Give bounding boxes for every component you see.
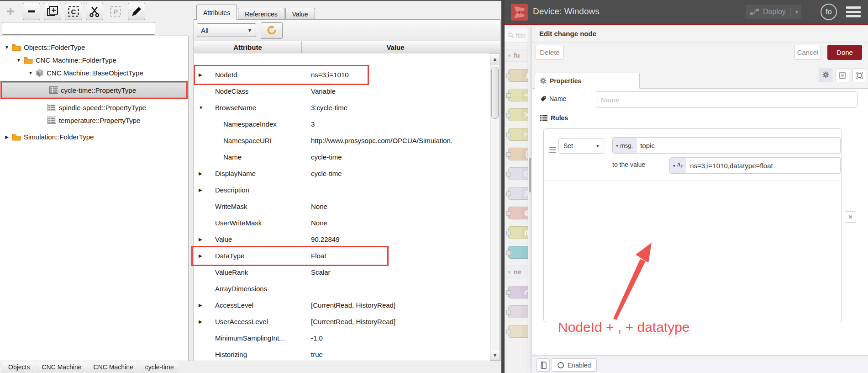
table-row[interactable]: ▶NodeIdns=3;i=1010 [194, 66, 490, 83]
delete-button[interactable]: Delete [536, 45, 564, 60]
attributes-body: All ▼ Attribute Value ▶NodeIdns=3;i=1010… [194, 19, 500, 361]
table-row[interactable]: UserWriteMaskNone [194, 214, 490, 231]
to-the-value-label: to the value [612, 161, 663, 168]
edit-button[interactable] [128, 3, 145, 20]
palette-scrollbar[interactable] [528, 25, 532, 373]
deploy-button[interactable]: Deploy ▼ [746, 5, 801, 19]
table-row[interactable]: WriteMaskNone [194, 198, 490, 214]
cut-button[interactable] [86, 3, 103, 20]
search-icon [508, 32, 514, 39]
rule-divider [544, 180, 841, 181]
table-row[interactable]: ▶UserAccessLevel[CurrentRead, HistoryRea… [194, 313, 490, 330]
table-row[interactable]: ArrayDimensions [194, 280, 490, 297]
appearance-button[interactable] [852, 69, 866, 82]
attribute-filter-select[interactable]: All ▼ [197, 23, 256, 37]
chevron-down-icon: ▾ [508, 53, 510, 58]
done-button[interactable]: Done [827, 45, 862, 60]
rule-property-input[interactable]: ▾ msg. topic [612, 137, 841, 154]
typed-input-type-button[interactable]: ▾ az [670, 158, 686, 173]
palette-category-label: fu [514, 52, 520, 59]
edit-properties-button[interactable] [819, 69, 832, 82]
expander-icon[interactable]: ▶ [199, 253, 205, 258]
breadcrumb-item[interactable]: cycle-time [138, 362, 182, 373]
tree-item-simulation[interactable]: ▶Simulation::FolderType [0, 130, 188, 143]
expander-icon[interactable]: ▶ [199, 187, 205, 192]
table-row[interactable]: ▶Description [194, 181, 490, 198]
table-row[interactable]: ▶DataTypeFloat [194, 247, 490, 264]
table-row[interactable]: ▶Value90.22849 [194, 231, 490, 247]
tree-item-cnc-machine[interactable]: ▼CNC Machine::BaseObjectType [0, 66, 188, 79]
table-row[interactable]: ValueRankScalar [194, 264, 490, 280]
expander-icon[interactable]: ▶ [199, 319, 205, 324]
paste-button[interactable]: P [107, 3, 124, 20]
rule-value-input[interactable]: ▾ az ns=3;i=1010,datatype=float [669, 157, 841, 174]
expander-icon[interactable]: ▼ [199, 105, 205, 110]
expander-icon[interactable]: ▶ [4, 134, 10, 139]
attribute-name: NodeClass [215, 87, 248, 95]
cancel-button[interactable]: Cancel [794, 45, 821, 60]
tab-properties[interactable]: Properties [535, 73, 640, 89]
minus-icon [26, 6, 37, 16]
chevron-down-icon[interactable]: ▼ [794, 10, 799, 15]
expander-icon[interactable]: ▼ [16, 58, 22, 63]
tree-item-temperature[interactable]: temperature::PropertyType [0, 114, 188, 127]
tree-item-label: cycle-time::PropertyType [61, 86, 136, 94]
typed-input-type-button[interactable]: ▾ msg. [613, 138, 637, 153]
attribute-value: cycle-time [311, 153, 342, 161]
add-button[interactable] [2, 3, 19, 20]
remove-button[interactable] [23, 3, 40, 20]
table-row[interactable]: ▶AccessLevel[CurrentRead, HistoryRead] [194, 297, 490, 313]
attribute-name: Description [215, 186, 249, 194]
table-row[interactable]: NamespaceURIhttp://www.prosysopc.com/OPC… [194, 132, 490, 149]
table-row[interactable]: Namecycle-time [194, 149, 490, 165]
description-button[interactable] [836, 69, 849, 82]
scrollbar-thumb[interactable] [491, 67, 499, 119]
user-menu-button[interactable]: fo [821, 4, 837, 20]
attribute-name: Historizing [215, 351, 247, 358]
expander-icon[interactable]: ▶ [199, 303, 205, 308]
tree-search-box[interactable] [2, 22, 155, 35]
table-row[interactable]: ▶DisplayNamecycle-time [194, 165, 490, 181]
expander-icon[interactable]: ▼ [27, 70, 34, 75]
scroll-up-icon[interactable]: ▲ [490, 54, 500, 64]
refresh-button[interactable] [261, 22, 283, 39]
string-type-icon: az [677, 162, 683, 169]
table-row[interactable]: ▼BrowseName3:cycle-time [194, 99, 490, 116]
tab-references[interactable]: References [238, 8, 284, 20]
search-input[interactable] [7, 24, 155, 33]
attribute-value: -1.0 [311, 334, 323, 342]
property-icon [47, 104, 56, 111]
table-row[interactable]: Historizingtrue [194, 346, 490, 361]
tab-value[interactable]: Value [285, 8, 315, 20]
attribute-table-scrollbar[interactable]: ▲ ▼ [490, 53, 500, 361]
breadcrumb: ObjectsCNC MachineCNC Machinecycle-time [0, 361, 501, 373]
breadcrumb-item[interactable]: CNC Machine [34, 362, 89, 373]
node-info-button[interactable] [537, 358, 550, 372]
hamburger-menu-icon[interactable] [846, 6, 861, 17]
tree-item-objects[interactable]: ▼Objects::FolderType [0, 41, 188, 53]
rules-list: Set ▾ ▾ msg. topic to the value ▾ [543, 128, 842, 322]
tree-item-spindle-speed[interactable]: spindle-speed::PropertyType [0, 101, 188, 114]
remove-rule-button[interactable]: ✕ [845, 211, 856, 223]
expander-icon[interactable]: ▼ [4, 45, 10, 50]
table-row[interactable]: NamespaceIndex3 [194, 116, 490, 132]
node-port [506, 74, 511, 78]
enabled-toggle-button[interactable]: Enabled [552, 358, 597, 372]
copy-button[interactable]: C [65, 3, 82, 20]
rule-drag-handle[interactable] [549, 147, 556, 154]
rule-action-select[interactable]: Set ▾ [558, 138, 604, 154]
expander-icon[interactable]: ▶ [199, 72, 205, 77]
tree-item-cnc-machine[interactable]: ▼CNC Machine::FolderType [0, 53, 188, 66]
breadcrumb-item[interactable]: Objects [1, 362, 38, 373]
table-row[interactable]: MinimumSamplingInt...-1.0 [194, 330, 490, 346]
expander-icon[interactable]: ▶ [199, 237, 205, 242]
tab-attributes[interactable]: Attributes [196, 5, 237, 20]
breadcrumb-item[interactable]: CNC Machine [86, 362, 142, 373]
duplicate-button[interactable] [44, 3, 61, 20]
tree-item-cycle-time[interactable]: cycle-time::PropertyType [2, 82, 186, 98]
name-input[interactable] [596, 91, 857, 108]
expander-icon[interactable]: ▶ [199, 171, 205, 176]
scroll-down-icon[interactable]: ▼ [490, 350, 500, 360]
scrollbar-thumb[interactable] [529, 158, 531, 192]
table-row[interactable]: NodeClassVariable [194, 83, 490, 99]
